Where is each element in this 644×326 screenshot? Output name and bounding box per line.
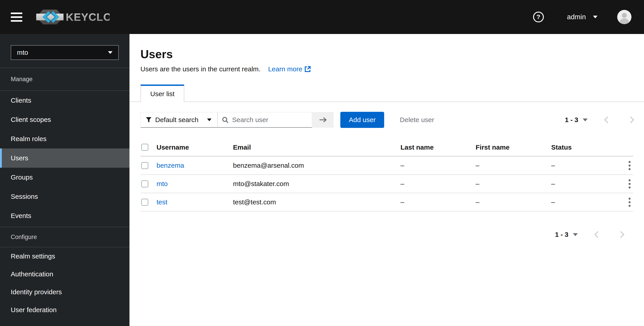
last-name-cell: – xyxy=(400,162,476,169)
sidebar-item-realm-settings[interactable]: Realm settings xyxy=(0,247,130,265)
status-cell: – xyxy=(551,198,625,206)
user-menu[interactable]: admin xyxy=(567,13,598,21)
sidebar-item-clients[interactable]: Clients xyxy=(0,91,130,110)
first-name-cell: – xyxy=(476,162,551,169)
masthead: KEYCLOAK ? admin xyxy=(0,0,644,34)
email-cell: test@test.com xyxy=(233,198,400,206)
chevron-left-icon[interactable] xyxy=(604,116,611,123)
first-name-cell: – xyxy=(476,198,551,206)
username-link[interactable]: mto xyxy=(156,180,233,188)
pagination-range: 1 - 3 xyxy=(565,116,578,124)
column-header-email: Email xyxy=(233,144,400,151)
chevron-left-icon[interactable] xyxy=(594,231,601,238)
select-all-checkbox[interactable] xyxy=(141,144,148,151)
pagination-range: 1 - 3 xyxy=(555,231,568,238)
column-header-last-name: Last name xyxy=(400,144,476,151)
table-row: benzema benzema@arsenal.com – – – xyxy=(140,156,633,175)
email-cell: benzema@arsenal.com xyxy=(233,162,400,169)
email-cell: mto@stakater.com xyxy=(233,180,400,188)
sidebar-item-authentication[interactable]: Authentication xyxy=(0,265,130,283)
sidebar: mto Manage Clients Client scopes Realm r… xyxy=(0,34,130,326)
kebab-menu-icon[interactable] xyxy=(625,177,634,190)
column-header-username: Username xyxy=(156,144,233,151)
username-link[interactable]: benzema xyxy=(156,162,233,169)
kebab-menu-icon[interactable] xyxy=(625,196,634,209)
table-row: test test@test.com – – – xyxy=(140,193,633,212)
username-link[interactable]: test xyxy=(156,198,233,206)
search-box xyxy=(218,112,312,128)
external-link-icon xyxy=(304,66,311,72)
search-type-label: Default search xyxy=(155,116,198,124)
search-submit-button[interactable] xyxy=(312,112,334,128)
sidebar-item-client-scopes[interactable]: Client scopes xyxy=(0,110,130,129)
sidebar-item-users[interactable]: Users xyxy=(0,148,130,168)
users-table: Username Email Last name First name Stat… xyxy=(140,139,633,212)
page-title: Users xyxy=(140,48,644,60)
add-user-button[interactable]: Add user xyxy=(340,112,384,128)
row-checkbox[interactable] xyxy=(141,180,148,187)
pagination-top: 1 - 3 xyxy=(565,116,633,124)
search-icon xyxy=(222,116,228,123)
avatar[interactable] xyxy=(617,10,632,24)
arrow-right-icon xyxy=(319,116,327,123)
brand-text: KEYCLOAK xyxy=(66,11,110,23)
first-name-cell: – xyxy=(476,180,551,188)
learn-more-link[interactable]: Learn more xyxy=(268,65,311,73)
status-cell: – xyxy=(551,180,625,188)
chevron-right-icon[interactable] xyxy=(627,116,634,123)
delete-user-button[interactable]: Delete user xyxy=(398,116,435,124)
last-name-cell: – xyxy=(400,180,476,188)
sidebar-item-sessions[interactable]: Sessions xyxy=(0,187,130,206)
sidebar-item-identity-providers[interactable]: Identity providers xyxy=(0,283,130,301)
last-name-cell: – xyxy=(400,198,476,206)
chevron-down-icon[interactable] xyxy=(583,118,588,122)
toolbar: Default search Add user Delete user 1 - … xyxy=(140,112,633,128)
nav-section-configure: Configure xyxy=(0,227,130,247)
chevron-right-icon[interactable] xyxy=(618,231,624,238)
status-cell: – xyxy=(551,162,625,169)
search-type-dropdown[interactable]: Default search xyxy=(140,112,218,128)
sidebar-item-realm-roles[interactable]: Realm roles xyxy=(0,129,130,148)
realm-selector-value: mto xyxy=(17,49,28,56)
kebab-menu-icon[interactable] xyxy=(625,159,634,172)
filter-icon xyxy=(146,117,152,123)
main-content: Users Users are the users in the current… xyxy=(130,34,644,326)
realm-selector[interactable]: mto xyxy=(11,45,119,60)
column-header-status: Status xyxy=(551,144,625,151)
table-row: mto mto@stakater.com – – – xyxy=(140,175,633,193)
chevron-down-icon xyxy=(593,16,598,18)
pagination-bottom: 1 - 3 xyxy=(555,231,624,238)
row-checkbox[interactable] xyxy=(141,199,148,206)
search-input[interactable] xyxy=(232,116,308,124)
table-header-row: Username Email Last name First name Stat… xyxy=(140,139,633,156)
help-icon[interactable]: ? xyxy=(533,12,544,22)
tab-strip: User list xyxy=(130,84,644,102)
keycloak-logo-icon: KEYCLOAK xyxy=(36,10,110,24)
sidebar-item-groups[interactable]: Groups xyxy=(0,168,130,187)
chevron-down-icon xyxy=(207,118,212,121)
chevron-down-icon xyxy=(108,51,112,54)
nav-section-manage: Manage xyxy=(0,68,130,91)
row-checkbox[interactable] xyxy=(141,162,148,169)
tab-user-list[interactable]: User list xyxy=(140,84,184,102)
keycloak-logo: KEYCLOAK xyxy=(36,10,110,24)
chevron-down-icon[interactable] xyxy=(573,233,578,236)
hamburger-menu-icon[interactable] xyxy=(11,12,22,22)
user-menu-label: admin xyxy=(567,13,586,21)
page-subtitle: Users are the users in the current realm… xyxy=(140,65,260,73)
sidebar-item-events[interactable]: Events xyxy=(0,206,130,226)
sidebar-item-user-federation[interactable]: User federation xyxy=(0,301,130,319)
column-header-first-name: First name xyxy=(476,144,551,151)
